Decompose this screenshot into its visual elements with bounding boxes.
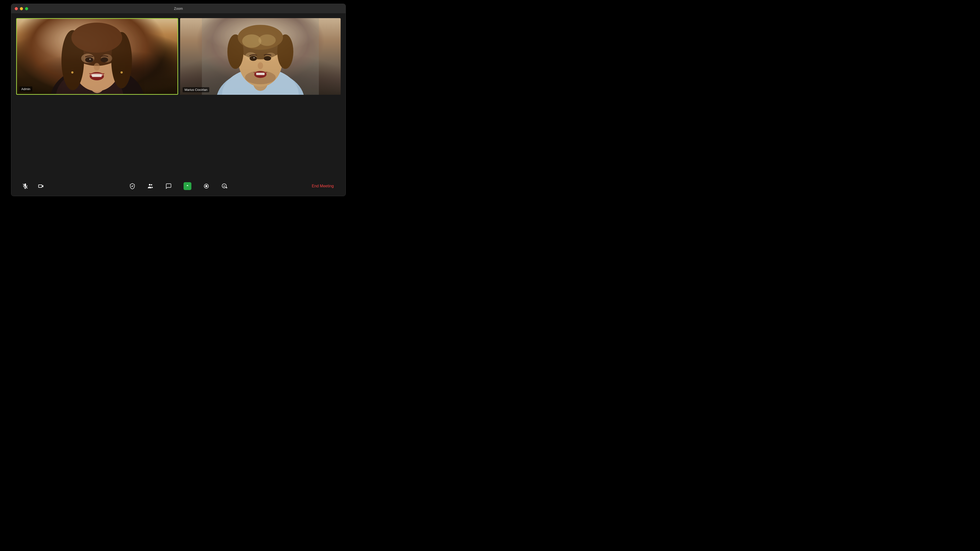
- security-button[interactable]: [128, 182, 137, 190]
- svg-point-49: [222, 184, 226, 188]
- svg-point-51: [224, 185, 225, 186]
- record-icon: [203, 183, 210, 189]
- svg-point-45: [151, 184, 152, 186]
- participants-button[interactable]: [146, 182, 154, 190]
- toolbar-right: End Meeting: [310, 183, 336, 189]
- toolbar: End Meeting: [16, 176, 340, 196]
- svg-rect-16: [92, 74, 102, 77]
- svg-point-34: [253, 57, 255, 58]
- end-meeting-button[interactable]: End Meeting: [310, 183, 336, 189]
- admin-label: Admin: [19, 86, 32, 92]
- reactions-icon: [221, 183, 228, 189]
- video-icon: [38, 183, 44, 189]
- traffic-lights: [15, 7, 28, 10]
- record-button[interactable]: [202, 182, 210, 190]
- share-icon: [185, 184, 190, 189]
- video-tile-marius: Marius Ciocirlan: [180, 18, 340, 95]
- video-tile-admin: Admin: [16, 18, 178, 95]
- svg-point-13: [94, 63, 100, 70]
- mic-icon: [22, 183, 29, 189]
- toolbar-center: [128, 181, 229, 191]
- svg-point-28: [242, 35, 261, 48]
- maximize-button[interactable]: [25, 7, 28, 10]
- svg-point-44: [149, 184, 151, 186]
- share-icon-wrap: [183, 182, 191, 190]
- titlebar: Zoom: [11, 4, 345, 13]
- svg-point-50: [223, 185, 224, 186]
- spacer: [16, 100, 340, 176]
- video-feed-marius: [180, 18, 340, 95]
- toolbar-left: [21, 182, 45, 190]
- svg-point-7: [71, 22, 122, 52]
- chat-icon: [165, 183, 172, 189]
- video-feed-admin: [17, 19, 177, 94]
- participants-icon: [147, 183, 154, 189]
- svg-point-17: [71, 71, 73, 73]
- minimize-button[interactable]: [20, 7, 23, 10]
- zoom-window: Zoom: [11, 4, 346, 196]
- share-screen-button[interactable]: [183, 181, 192, 191]
- svg-point-33: [264, 56, 271, 61]
- meeting-content: Admin: [11, 13, 345, 196]
- svg-point-18: [121, 71, 123, 73]
- svg-point-12: [89, 59, 91, 60]
- svg-point-29: [259, 35, 276, 46]
- svg-point-36: [258, 62, 263, 69]
- video-button[interactable]: [37, 182, 45, 190]
- security-icon: [129, 183, 135, 189]
- svg-point-10: [85, 57, 93, 62]
- chat-button[interactable]: [164, 182, 173, 190]
- close-button[interactable]: [15, 7, 18, 10]
- video-grid: Admin: [16, 18, 340, 95]
- svg-point-48: [205, 185, 208, 187]
- svg-point-11: [100, 57, 108, 62]
- mute-button[interactable]: [21, 182, 29, 190]
- svg-point-32: [250, 56, 257, 61]
- reactions-button[interactable]: [220, 182, 229, 190]
- window-title: Zoom: [174, 6, 183, 11]
- marius-label: Marius Ciocirlan: [183, 87, 209, 92]
